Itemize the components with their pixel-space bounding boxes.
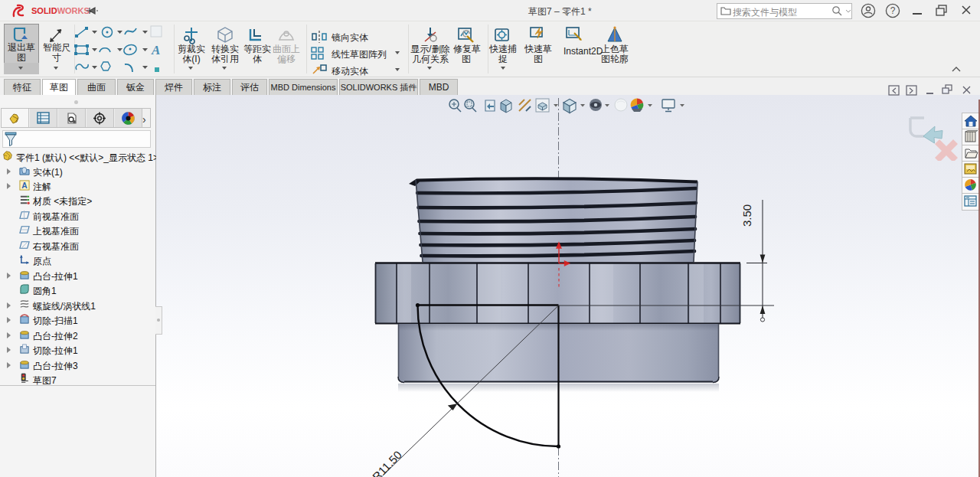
svg-text:?: ? [890, 5, 896, 16]
svg-text:SOLIDWORKS: SOLIDWORKS [31, 6, 90, 15]
svg-text:A: A [151, 43, 160, 57]
svg-text:R11.50: R11.50 [370, 448, 404, 477]
svg-text:A: A [21, 181, 28, 190]
svg-text:3.50: 3.50 [740, 204, 753, 227]
